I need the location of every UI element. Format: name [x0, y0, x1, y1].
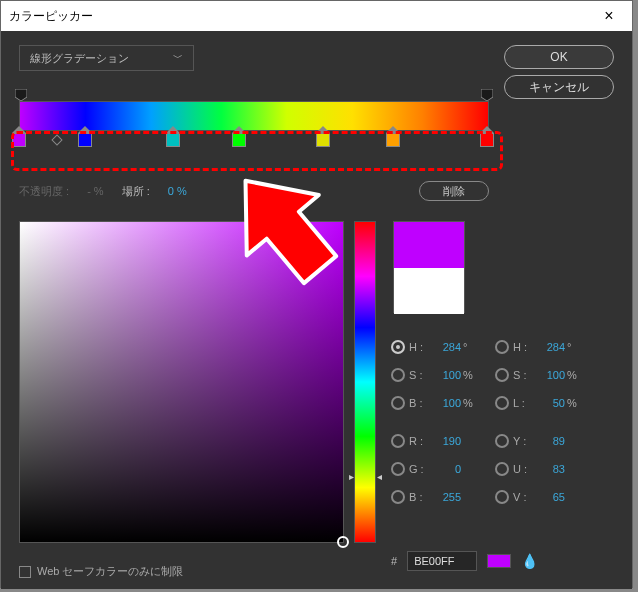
websafe-row: Web セーフカラーのみに制限: [19, 564, 183, 579]
swatch-new[interactable]: [394, 222, 464, 268]
gradient-type-dropdown[interactable]: 線形グラデーション ﹀: [19, 45, 194, 71]
hex-prefix: #: [391, 555, 397, 567]
radio-g[interactable]: [391, 462, 405, 476]
titlebar: カラーピッカー ×: [1, 1, 632, 31]
radio-s2[interactable]: [495, 368, 509, 382]
radio-y[interactable]: [495, 434, 509, 448]
close-icon[interactable]: ×: [594, 7, 624, 25]
radio-s[interactable]: [391, 368, 405, 382]
label-r: R :: [409, 435, 431, 447]
radio-h2[interactable]: [495, 340, 509, 354]
opacity-label: 不透明度 :: [19, 184, 69, 199]
color-stop[interactable]: [316, 133, 332, 149]
color-stop[interactable]: [166, 133, 182, 149]
hex-row: # 💧: [391, 551, 538, 571]
value-hsb-h[interactable]: 284: [431, 341, 461, 353]
label-s2: S :: [513, 369, 535, 381]
svg-marker-1: [481, 89, 493, 101]
hue-slider[interactable]: [354, 221, 376, 543]
color-swatch: [393, 221, 465, 313]
radio-v[interactable]: [495, 490, 509, 504]
eyedropper-icon[interactable]: 💧: [521, 553, 538, 569]
saturation-value-field[interactable]: [19, 221, 344, 543]
color-stop[interactable]: [480, 133, 496, 149]
value-hsb-b[interactable]: 100: [431, 397, 461, 409]
radio-h[interactable]: [391, 340, 405, 354]
opacity-stop[interactable]: [15, 89, 27, 101]
swatch-old[interactable]: [394, 268, 464, 314]
opacity-value: - %: [87, 185, 104, 197]
dialog-body: 線形グラデーション ﹀ OK キャンセル 不透明度 : - % 場所 : 0 %…: [1, 31, 632, 589]
websafe-checkbox[interactable]: [19, 566, 31, 578]
value-hsl-l[interactable]: 50: [535, 397, 565, 409]
value-yuv-v[interactable]: 65: [535, 491, 565, 503]
chevron-down-icon: ﹀: [173, 51, 183, 65]
radio-b[interactable]: [391, 396, 405, 410]
color-picker-dialog: カラーピッカー × 線形グラデーション ﹀ OK キャンセル 不透明度 : - …: [0, 0, 633, 588]
location-label: 場所 :: [122, 184, 150, 199]
stop-info-row: 不透明度 : - % 場所 : 0 % 削除: [19, 181, 489, 201]
ok-button[interactable]: OK: [504, 45, 614, 69]
opacity-stop[interactable]: [481, 89, 493, 101]
hue-pointer-left-icon: ▸: [349, 471, 354, 482]
color-stop[interactable]: [232, 133, 248, 149]
value-rgb-b[interactable]: 255: [431, 491, 461, 503]
gradient-editor[interactable]: [19, 101, 489, 131]
color-stop[interactable]: [12, 133, 28, 149]
label-y: Y :: [513, 435, 535, 447]
label-s: S :: [409, 369, 431, 381]
radio-u[interactable]: [495, 462, 509, 476]
label-g: G :: [409, 463, 431, 475]
location-value[interactable]: 0 %: [168, 185, 187, 197]
color-values: H :284° H :284° S :100% S :100% B :100% …: [391, 333, 621, 511]
delete-button[interactable]: 削除: [419, 181, 489, 201]
value-hsb-s[interactable]: 100: [431, 369, 461, 381]
value-yuv-y[interactable]: 89: [535, 435, 565, 447]
color-stop[interactable]: [78, 133, 94, 149]
label-h: H :: [409, 341, 431, 353]
label-b: B :: [409, 397, 431, 409]
value-hsl-s[interactable]: 100: [535, 369, 565, 381]
value-rgb-r[interactable]: 190: [431, 435, 461, 447]
window-title: カラーピッカー: [9, 8, 594, 25]
label-b2: B :: [409, 491, 431, 503]
sv-cursor-icon: [337, 536, 349, 548]
label-u: U :: [513, 463, 535, 475]
radio-b2[interactable]: [391, 490, 405, 504]
color-stop[interactable]: [386, 133, 402, 149]
value-yuv-u[interactable]: 83: [535, 463, 565, 475]
mini-swatch: [487, 554, 511, 568]
value-rgb-g[interactable]: 0: [431, 463, 461, 475]
label-v: V :: [513, 491, 535, 503]
midpoint-handle[interactable]: [51, 134, 62, 145]
radio-l[interactable]: [495, 396, 509, 410]
hue-pointer-right-icon: ◂: [377, 471, 382, 482]
hex-input[interactable]: [407, 551, 477, 571]
radio-r[interactable]: [391, 434, 405, 448]
svg-marker-0: [15, 89, 27, 101]
gradient-type-label: 線形グラデーション: [30, 51, 129, 66]
cancel-button[interactable]: キャンセル: [504, 75, 614, 99]
websafe-label: Web セーフカラーのみに制限: [37, 564, 183, 579]
label-h2: H :: [513, 341, 535, 353]
label-l: L :: [513, 397, 535, 409]
value-hsl-h[interactable]: 284: [535, 341, 565, 353]
